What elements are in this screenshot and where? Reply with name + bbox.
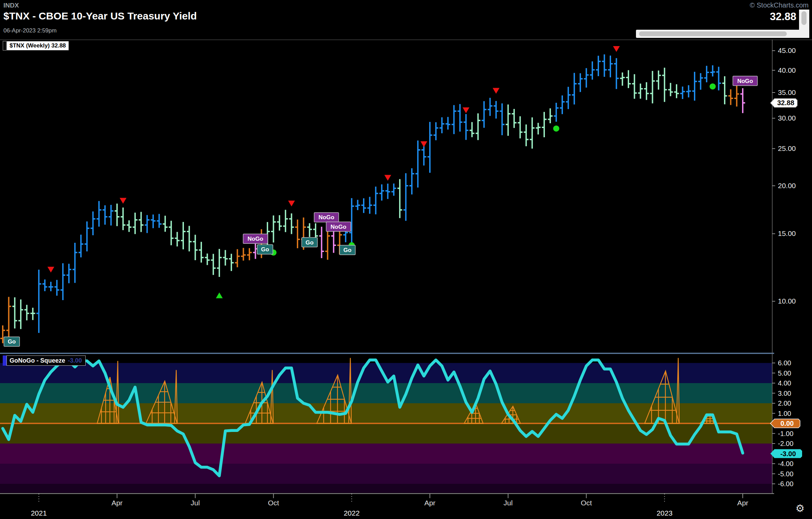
price-bar [686, 85, 691, 97]
x-axis-year-label: 2021 [31, 509, 47, 517]
band [0, 444, 772, 464]
price-bar [602, 54, 607, 77]
price-axis: 45.0040.0035.0030.0025.0020.0015.0010.00 [772, 46, 796, 305]
main-chart-legend[interactable]: $TNX (Weekly) 32.88 [3, 41, 69, 51]
price-bar [434, 122, 438, 140]
trend-down-triangle-icon [420, 141, 427, 147]
band [0, 484, 772, 493]
price-bar [60, 263, 65, 300]
osc-axis-label: -1.00 [778, 430, 794, 437]
price-bar [674, 84, 679, 98]
go-signal-label: Go [302, 238, 317, 247]
price-bar [680, 86, 685, 99]
price-bar [223, 250, 228, 266]
nogo-signal-label: NoGo [733, 76, 757, 86]
trend-down-triangle-icon [288, 200, 295, 206]
price-bar [403, 173, 408, 221]
price-bar [409, 168, 414, 195]
osc-axis-label: 5.00 [778, 369, 791, 377]
price-bar [12, 297, 17, 328]
price-bar [6, 297, 11, 340]
price-axis-label: 40.00 [778, 66, 796, 74]
price-bar [241, 248, 246, 261]
price-bar [367, 197, 372, 214]
settings-button[interactable]: ⚙ [794, 503, 806, 514]
price-bar [271, 215, 276, 242]
price-bar [596, 56, 601, 76]
price-bar [67, 264, 71, 283]
nogo-signal-label: NoGo [314, 212, 339, 222]
price-bar [572, 73, 577, 104]
horizontal-scrollbar-thumb[interactable] [639, 31, 787, 36]
price-bar [710, 65, 715, 76]
price-bar [476, 113, 480, 140]
x-axis-year-label: 2023 [656, 509, 672, 517]
band [0, 423, 772, 444]
x-axis-month-label: Jul [504, 499, 513, 507]
squeeze-indicator-legend[interactable]: GoNoGo - Squeeze-3.00 [3, 356, 86, 365]
price-bar [42, 280, 47, 291]
zero-value-tag: 0.00 [770, 419, 800, 428]
price-bar [692, 72, 697, 100]
price-bar [584, 68, 589, 88]
price-bar [181, 222, 186, 249]
price-bar [91, 211, 96, 235]
price-bar [121, 208, 126, 230]
trend-down-triangle-icon [47, 267, 54, 272]
price-bar [578, 73, 583, 92]
price-bar [704, 66, 709, 82]
price-bar [518, 116, 523, 138]
price-bar [157, 214, 161, 228]
price-bar [464, 114, 468, 140]
legend-collapse-handle[interactable] [3, 41, 6, 51]
trend-down-triangle-icon [120, 198, 127, 204]
chart-window: GoGoGoGoNoGoNoGoNoGoNoGo45.0040.0035.003… [0, 0, 812, 519]
price-panel: GoGoGoGoNoGoNoGoNoGoNoGo [0, 46, 757, 347]
x-axis-month-label: Apr [112, 499, 123, 507]
price-bar [97, 201, 101, 227]
price-bar [78, 235, 83, 257]
x-axis-year-label: 2022 [344, 509, 360, 517]
x-axis: 2021AprJulOct2022AprJulOct2023Apr [31, 494, 748, 517]
vertical-scrollbar-thumb[interactable] [801, 11, 807, 25]
price-bar [728, 89, 733, 105]
price-bar [488, 98, 492, 116]
price-bar [530, 117, 535, 149]
price-bar [386, 184, 390, 199]
go-signal-label-text: Go [344, 247, 352, 253]
price-bar [217, 249, 222, 277]
price-bar [331, 230, 336, 253]
squeeze-legend-value: -3.00 [68, 357, 82, 364]
chart-svg: GoGoGoGoNoGoNoGoNoGoNoGo45.0040.0035.003… [0, 0, 812, 519]
price-bar [127, 220, 131, 232]
price-bar [524, 125, 528, 146]
go-signal-label-text: Go [261, 246, 269, 253]
price-bar [506, 104, 510, 136]
x-axis-month-label: Oct [268, 499, 279, 507]
price-bar [542, 112, 547, 137]
price-bar [151, 214, 156, 228]
price-bar [211, 254, 216, 275]
price-bar [25, 305, 29, 320]
legend-collapse-handle[interactable] [3, 355, 6, 366]
price-bar [614, 58, 619, 89]
last-price-tag: 32.88 [770, 98, 797, 107]
price-bar [620, 72, 625, 86]
price-bar [295, 220, 300, 248]
price-bar [740, 88, 745, 113]
x-axis-month-label: Apr [424, 499, 436, 507]
price-bar [500, 103, 505, 135]
price-bar [734, 85, 739, 107]
osc-axis-label: 3.00 [778, 390, 791, 397]
price-bar [698, 73, 703, 90]
price-bar [30, 308, 35, 320]
price-bar [446, 117, 450, 130]
price-bar [554, 103, 559, 122]
page-title: $TNX - CBOE 10-Year US Treasury Yield [3, 10, 197, 22]
price-bar [355, 200, 360, 210]
price-bar [662, 68, 667, 102]
price-bar [205, 253, 210, 265]
price-bar [566, 87, 571, 109]
main-legend-label: $TNX (Weekly) 32.88 [6, 41, 69, 51]
oscillator-value-tag: -3.00 [770, 449, 802, 458]
